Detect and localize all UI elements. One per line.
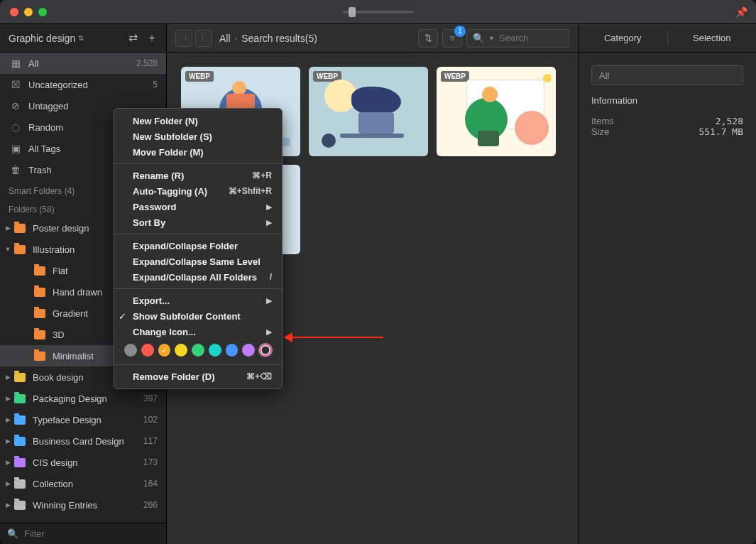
- disclosure-icon[interactable]: ▶: [4, 374, 11, 381]
- color-picker-row: [114, 339, 282, 361]
- menu-item-label: Auto-Tagging (A): [133, 186, 223, 197]
- sidebar-item-all[interactable]: ▦ All 2,528: [0, 53, 166, 74]
- menu-item-rename-r[interactable]: Rename (R)⌘+R: [114, 168, 282, 183]
- menu-separator: [114, 288, 282, 289]
- maximize-window-button[interactable]: [38, 8, 47, 16]
- breadcrumb: All › Search results(5): [219, 33, 411, 44]
- menu-item-expand-collapse-same-level[interactable]: Expand/Collapse Same Level: [114, 254, 282, 269]
- menu-item-sort-by[interactable]: Sort By▶: [114, 214, 282, 230]
- disclosure-icon[interactable]: ▼: [4, 246, 11, 253]
- color-swatch[interactable]: [158, 344, 171, 357]
- sidebar-filter[interactable]: 🔍: [0, 523, 166, 544]
- menu-item-label: Sort By: [133, 217, 261, 228]
- folder-typeface-design[interactable]: ▶ Typeface Design 102: [0, 409, 166, 430]
- folder-label: Business Card Design: [33, 436, 141, 447]
- sidebar-item-label: All: [28, 58, 129, 69]
- menu-item-remove-folder-d[interactable]: Remove Folder (D)⌘+⌫: [114, 369, 282, 384]
- menu-separator: [114, 364, 282, 365]
- sidebar-item-uncategorized[interactable]: ☒ Uncategorized 5: [0, 74, 166, 95]
- color-swatch[interactable]: [175, 344, 187, 357]
- transfer-icon[interactable]: ⇄: [128, 31, 138, 45]
- folder-icon: [34, 309, 45, 318]
- sort-button[interactable]: ⇅: [418, 29, 438, 48]
- search-icon: 🔍: [473, 33, 484, 43]
- info-key: Items: [591, 116, 614, 126]
- color-swatch[interactable]: [209, 344, 221, 357]
- menu-item-label: Remove Folder (D): [133, 371, 241, 382]
- library-switcher[interactable]: Graphic design ⇅ ⇄ ＋: [0, 24, 166, 53]
- menu-item-new-folder-n[interactable]: New Folder (N): [114, 113, 282, 129]
- menu-item-expand-collapse-all-folders[interactable]: Expand/Collapse All Folders/: [114, 269, 282, 285]
- minimize-window-button[interactable]: [24, 8, 33, 16]
- disclosure-icon[interactable]: ▶: [4, 459, 11, 466]
- nav-back-button[interactable]: 〈: [175, 30, 192, 47]
- chevron-right-icon: ▶: [266, 202, 272, 212]
- disclosure-icon[interactable]: ▶: [4, 224, 11, 232]
- menu-item-new-subfolder-s[interactable]: New Subfolder (S): [114, 129, 282, 144]
- folder-label: Typeface Design: [33, 415, 141, 425]
- details-panel: Category Selection All Information Items…: [579, 24, 756, 544]
- menu-item-move-folder-m[interactable]: Move Folder (M): [114, 144, 282, 160]
- tab-category[interactable]: Category: [579, 33, 667, 43]
- library-name: Graphic design: [9, 33, 75, 44]
- folder-icon: [14, 373, 26, 382]
- folder-packaging-design[interactable]: ▶ Packaging Design 397: [0, 388, 166, 409]
- nav-forward-button[interactable]: 〉: [195, 30, 212, 47]
- folder-business-card-design[interactable]: ▶ Business Card Design 117: [0, 430, 166, 452]
- folder-count: 173: [143, 457, 158, 467]
- breadcrumb-root[interactable]: All: [219, 33, 231, 44]
- disclosure-icon[interactable]: ▶: [4, 437, 11, 445]
- zoom-slider[interactable]: [343, 11, 414, 13]
- pin-icon[interactable]: 📌: [735, 6, 747, 18]
- folder-cis-design[interactable]: ▶ CIS design 173: [0, 452, 166, 473]
- thumbnail[interactable]: WEBP: [437, 67, 556, 156]
- color-swatch[interactable]: [124, 344, 137, 357]
- color-swatch[interactable]: [259, 344, 272, 357]
- add-icon[interactable]: ＋: [146, 31, 158, 45]
- disclosure-icon[interactable]: ▶: [4, 416, 11, 423]
- menu-item-password[interactable]: Password▶: [114, 199, 282, 214]
- filter-button[interactable]: ▿1: [442, 29, 462, 48]
- chevron-right-icon: ▶: [266, 327, 272, 337]
- color-swatch[interactable]: [242, 344, 255, 357]
- menu-item-change-icon[interactable]: Change Icon...▶: [114, 324, 282, 339]
- folder-icon: [34, 352, 45, 361]
- menu-item-label: Show Subfolder Content: [133, 311, 272, 322]
- search-group[interactable]: 🔍 ▼: [466, 29, 569, 48]
- menu-item-show-subfolder-content[interactable]: ✓Show Subfolder Content: [114, 308, 282, 324]
- disclosure-icon[interactable]: ▶: [4, 395, 11, 402]
- details-filter[interactable]: All: [591, 65, 743, 85]
- close-window-button[interactable]: [10, 8, 18, 16]
- disclosure-icon[interactable]: ▶: [4, 480, 11, 487]
- folder-icon: [34, 288, 45, 297]
- info-row-items: Items2,528: [591, 116, 743, 126]
- sidebar-item-count: 2,528: [136, 58, 158, 68]
- folder-winning-entries[interactable]: ▶ Winning Entries 266: [0, 494, 166, 516]
- menu-item-expand-collapse-folder[interactable]: Expand/Collapse Folder: [114, 238, 282, 254]
- folder-collection[interactable]: ▶ Collection 164: [0, 473, 166, 494]
- tab-selection[interactable]: Selection: [668, 33, 757, 43]
- color-swatch[interactable]: [226, 344, 239, 357]
- color-swatch[interactable]: [192, 344, 204, 357]
- menu-shortcut: ⌘+Shfit+R: [229, 186, 272, 196]
- menu-item-label: Export...: [133, 295, 261, 306]
- filter-badge: 1: [454, 26, 466, 37]
- breadcrumb-current: Search results(5): [241, 33, 317, 44]
- sidebar-item-count: 5: [153, 80, 158, 89]
- annotation-arrow: [284, 332, 383, 342]
- menu-item-label: Expand/Collapse Same Level: [133, 256, 272, 267]
- search-input[interactable]: [499, 33, 563, 43]
- disclosure-icon[interactable]: ▶: [4, 501, 11, 508]
- search-icon: 🔍: [7, 528, 18, 539]
- thumbnail[interactable]: WEBP: [309, 67, 428, 156]
- menu-item-auto-tagging-a[interactable]: Auto-Tagging (A)⌘+Shfit+R: [114, 183, 282, 199]
- menu-item-label: Rename (R): [133, 170, 246, 181]
- sidebar-filter-input[interactable]: [24, 528, 159, 539]
- zoom-slider-thumb[interactable]: [349, 7, 356, 17]
- color-swatch[interactable]: [141, 344, 154, 357]
- box-icon: ☒: [10, 79, 21, 90]
- menu-item-export[interactable]: Export...▶: [114, 293, 282, 308]
- chevron-down-icon: ▼: [488, 35, 495, 42]
- folder-icon: [14, 245, 26, 254]
- folder-icon: [14, 501, 26, 510]
